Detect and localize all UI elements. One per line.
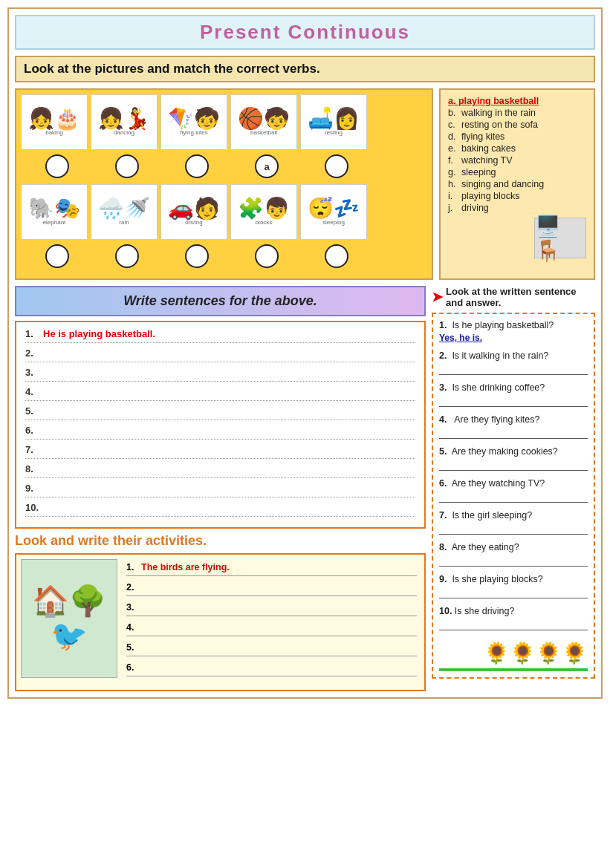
act-line-6: 6. <box>126 662 417 676</box>
act-line-3: 3. <box>126 602 417 616</box>
verb-item-f: f.watching TV <box>448 155 586 166</box>
write-left: Write sentences for the above. 1. He is … <box>15 286 426 691</box>
verb-list-image: 🖥️🪑 <box>534 218 586 258</box>
written-panel-header: ➤ Look at the written sentence and answe… <box>432 286 595 308</box>
top-section: 👧🎂 baking 👧💃 dancing 🪁🧒 flying kites <box>15 88 595 280</box>
verb-item-j: j.driving <box>448 203 586 213</box>
pic-9: 🧩👦 blocks <box>230 184 297 240</box>
circle-9 <box>233 243 300 270</box>
verb-item-c: c.resting on the sofa <box>448 120 586 130</box>
written-header-text: Look at the written sentence and answer. <box>446 286 595 308</box>
circle-3 <box>163 153 230 180</box>
instruction-bar-1: Look at the pictures and match the corre… <box>15 56 595 82</box>
page-title: Present Continuous <box>24 21 586 44</box>
activities-lines: 1. The birds are flying. 2. 3. 4. 5. <box>123 559 420 685</box>
circle-10 <box>303 243 370 270</box>
q-row-10: 10. Is she driving? <box>439 606 588 630</box>
q-row-6: 6. Are they watching TV? <box>439 478 588 503</box>
q-row-5: 5. Are they making cookies? <box>439 446 588 471</box>
write-line-4: 4. <box>25 386 415 401</box>
write-line-1: 1. He is playing basketball. <box>25 328 415 343</box>
write-line-8: 8. <box>25 463 415 478</box>
q-row-3: 3. Is she drinking coffee? <box>439 382 588 407</box>
pic-3: 🪁🧒 flying kites <box>160 94 227 150</box>
pic-4: 🏀🧒 basketball <box>230 94 297 150</box>
circle-1 <box>24 153 91 180</box>
verb-item-e: e.baking cakes <box>448 143 586 154</box>
circle-5 <box>303 153 370 180</box>
flowers-decoration: 🌻🌻🌻🌻 <box>439 638 588 665</box>
circle-6 <box>24 243 91 270</box>
title-box: Present Continuous <box>15 15 595 50</box>
write-line-9: 9. <box>25 483 415 497</box>
circle-2 <box>94 153 160 180</box>
circle-8 <box>163 243 230 270</box>
pic-10: 😴💤 sleeping <box>300 184 367 240</box>
q-row-4: 4. Are they flying kites? <box>439 414 588 439</box>
write-header: Write sentences for the above. <box>15 286 426 316</box>
write-box: 1. He is playing basketball. 2. 3. 4. 5.… <box>15 321 426 529</box>
act-line-4: 4. <box>126 622 417 636</box>
pic-1: 👧🎂 baking <box>21 94 88 150</box>
questions-box: 1. Is he playing basketball? Yes, he is.… <box>432 313 595 679</box>
arrow-icon: ➤ <box>432 289 443 305</box>
act-line-1: 1. The birds are flying. <box>126 562 417 576</box>
instruction1-text: Look at the pictures and match the corre… <box>24 62 320 76</box>
middle-section: Write sentences for the above. 1. He is … <box>15 286 595 691</box>
verb-item-h: h.singing and dancing <box>448 179 586 189</box>
pic-6: 🐘🎭 elephant <box>21 184 88 240</box>
green-line-decoration <box>439 668 588 671</box>
verb-item-g: g.sleeping <box>448 167 586 177</box>
write-line-5: 5. <box>25 405 415 420</box>
verb-item-b: b.walking in the rain <box>448 108 586 118</box>
write-line-7: 7. <box>25 444 415 459</box>
q-row-7: 7. Is the girl sleeping? <box>439 510 588 535</box>
q-row-1: 1. Is he playing basketball? Yes, he is. <box>439 320 588 343</box>
verb-item-a: a. playing basketball <box>448 96 586 106</box>
circle-row-1: a <box>21 153 427 180</box>
act-line-2: 2. <box>126 582 417 596</box>
verb-item-i: i.playing blocks <box>448 191 586 201</box>
write-line-10: 10. <box>25 502 415 517</box>
q-row-8: 8. Are they eating? <box>439 542 588 567</box>
write-line-3: 3. <box>25 367 415 382</box>
circle-4-answer: a <box>233 153 300 180</box>
verb-list: a. playing basketball b.walking in the r… <box>439 88 595 280</box>
pic-8: 🚗🧑 driving <box>160 184 227 240</box>
pic-7: 🌧️🚿 rain <box>91 184 158 240</box>
picture-row-2: 🐘🎭 elephant 🌧️🚿 rain 🚗🧑 driving <box>21 184 427 240</box>
act-line-5: 5. <box>126 642 417 656</box>
activities-header: Look and write their activities. <box>15 533 426 549</box>
activities-section: Look and write their activities. 🏠🌳🐦 1. … <box>15 533 426 691</box>
circle-row-2 <box>21 243 427 270</box>
pic-5: 🛋️👩 resting <box>300 94 367 150</box>
picture-area: 👧🎂 baking 👧💃 dancing 🪁🧒 flying kites <box>15 88 433 280</box>
write-line-6: 6. <box>25 425 415 440</box>
written-panel: ➤ Look at the written sentence and answe… <box>432 286 595 691</box>
q-row-2: 2. Is it walking in the rain? <box>439 350 588 375</box>
write-line-2: 2. <box>25 347 415 362</box>
page-container: Present Continuous Look at the pictures … <box>7 7 603 699</box>
pic-2: 👧💃 dancing <box>91 94 158 150</box>
activities-image: 🏠🌳🐦 <box>21 559 117 678</box>
q-row-9: 9. Is she playing blocks? <box>439 574 588 598</box>
circle-7 <box>94 243 160 270</box>
activities-content: 🏠🌳🐦 1. The birds are flying. 2. 3. <box>15 553 426 691</box>
picture-row-1: 👧🎂 baking 👧💃 dancing 🪁🧒 flying kites <box>21 94 427 150</box>
verb-item-d: d.flying kites <box>448 131 586 142</box>
write-header-text: Write sentences for the above. <box>22 293 418 309</box>
